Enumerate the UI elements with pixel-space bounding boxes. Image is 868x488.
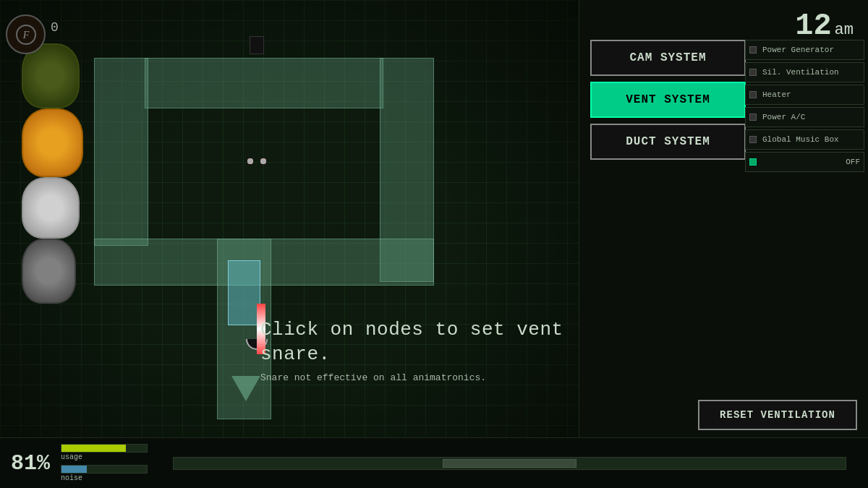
reset-ventilation-button[interactable]: RESET VENTILATION [698, 400, 857, 430]
sil-ventilation-label: Sil. Ventilation [762, 68, 839, 77]
marionette-eye-left [247, 158, 253, 164]
freddy-icon: F [6, 14, 46, 54]
vent-arrow [231, 376, 260, 401]
instruction-text: Click on nodes to set vent snare. Snare … [260, 318, 579, 385]
power-ac-item[interactable]: Power A/C [745, 107, 864, 127]
vent-player-position [228, 260, 260, 325]
off-dot [749, 158, 757, 166]
vent-top-horizontal [145, 58, 383, 108]
instruction-main: Click on nodes to set vent snare. [260, 318, 579, 367]
power-generator-label: Power Generator [762, 46, 834, 54]
marionette-eye-right [260, 158, 266, 164]
noise-bar-row: noise [61, 465, 148, 482]
global-music-box-label: Global Music Box [762, 135, 839, 144]
heater-item[interactable]: Heater [745, 85, 864, 105]
heater-label: Heater [762, 90, 791, 99]
bottom-bar: 81% usage noise [0, 437, 868, 488]
usage-bar-row: usage [61, 444, 148, 461]
time-hour: 12 [795, 11, 831, 41]
system-buttons: CAM SYSTEM VENT SYSTEM DUCT SYSTEM [590, 40, 749, 166]
usage-label: usage [61, 453, 148, 461]
marionette-hat [250, 36, 264, 54]
mangle-character[interactable] [22, 177, 80, 239]
scroll-bar[interactable] [173, 457, 846, 470]
heater-dot [749, 91, 757, 98]
noise-bar-track [61, 465, 148, 474]
vent-left-vertical [94, 58, 148, 246]
cam-system-button[interactable]: CAM SYSTEM [590, 40, 746, 76]
chica-character[interactable] [22, 108, 83, 177]
scroll-handle[interactable] [443, 459, 577, 468]
power-ac-dot [749, 114, 757, 121]
power-counter: 0 [51, 20, 59, 35]
noise-bar-fill [61, 466, 87, 473]
bars-container: usage noise [61, 444, 148, 482]
marionette-character[interactable] [22, 239, 76, 304]
off-item[interactable]: OFF [745, 152, 864, 172]
usage-bar-fill [61, 445, 126, 452]
game-area: Click on nodes to set vent snare. Snare … [0, 0, 579, 488]
sil-ventilation-dot [749, 69, 757, 76]
time-period: am [835, 21, 854, 39]
svg-text:F: F [22, 30, 29, 40]
marionette-eyes [247, 158, 266, 164]
global-music-box-item[interactable]: Global Music Box [745, 129, 864, 150]
power-generator-dot [749, 46, 757, 53]
power-percentage: 81% [11, 451, 50, 476]
instruction-sub: Snare not effective on all animatronics. [260, 372, 579, 385]
power-ac-label: Power A/C [762, 113, 805, 121]
duct-system-button[interactable]: DUCT SYSTEM [590, 124, 746, 160]
global-music-box-dot [749, 136, 757, 143]
right-items-panel: Power Generator Sil. Ventilation Heater … [745, 40, 864, 174]
usage-bar-track [61, 444, 148, 453]
sil-ventilation-item[interactable]: Sil. Ventilation [745, 62, 864, 82]
power-generator-item[interactable]: Power Generator [745, 40, 864, 60]
noise-label: noise [61, 474, 148, 482]
hud-panel: 12 am 0:26:6 CAM SYSTEM VENT SYSTEM DUCT… [579, 0, 868, 488]
off-label: OFF [762, 158, 860, 166]
vent-system-button[interactable]: VENT SYSTEM [590, 82, 746, 118]
